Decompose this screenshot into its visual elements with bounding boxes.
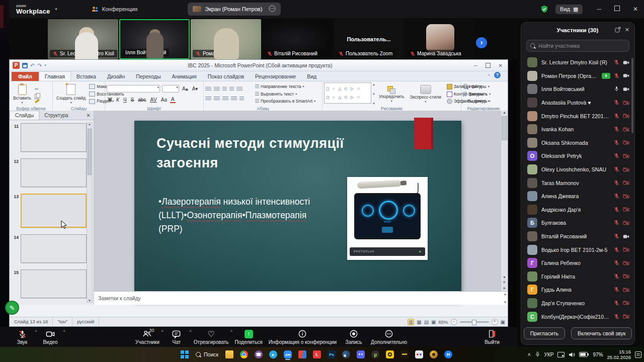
font-style-button[interactable]: abc <box>137 97 147 103</box>
minimize-button[interactable]: ─ <box>597 6 601 13</box>
participants-button[interactable]: 30 ˄ Участники <box>132 327 163 347</box>
slide-body-textbox[interactable]: •Лазеротерапія низької інтенсивності (LL… <box>158 195 325 236</box>
smartart-button[interactable]: Преобразовать в SmartArt▾ <box>255 98 315 105</box>
react-button[interactable]: ˄ ♡ Отреагировать <box>191 327 232 347</box>
tab-shared-screen[interactable]: Экран (Роман Петров) <box>188 3 281 16</box>
taskbar-app-icon[interactable] <box>355 349 366 360</box>
participant-row[interactable]: Алина Джевага <box>521 190 634 203</box>
tab-options-icon[interactable] <box>269 5 276 13</box>
taskbar-app-icon[interactable] <box>224 349 235 360</box>
video-tile-active-speaker[interactable]: Ілля Войтовський <box>119 19 190 59</box>
video-tile-no-video[interactable]: Пользователь... Пользователь Zoom <box>334 19 404 59</box>
participant-row[interactable]: Oksana Shkromada <box>521 136 634 150</box>
participant-row[interactable]: Taras Mamonov <box>521 176 634 190</box>
workspace-chevron-icon[interactable]: ▾ <box>55 7 57 12</box>
ribbon-tab[interactable]: Рецензирование <box>250 72 301 81</box>
notes-pane[interactable]: Заметки к слайду ▲▼ <box>94 291 508 305</box>
invite-button[interactable]: Пригласить <box>524 327 565 339</box>
participant-row[interactable]: O Oleksandr Petryk <box>521 149 634 163</box>
find-button[interactable]: Найти <box>463 83 491 90</box>
align-center-icon[interactable] <box>214 97 220 101</box>
security-shield-icon[interactable] <box>540 5 548 13</box>
taskbar-app-icon[interactable]: zm <box>282 349 293 360</box>
participant-row[interactable]: Ілля Войтовський <box>521 82 634 96</box>
share-button[interactable]: ↑ Поделиться <box>232 327 266 347</box>
taskbar-app-icon[interactable]: Ps <box>326 349 337 360</box>
participant-row[interactable]: Г Галина Ребенко <box>521 256 634 270</box>
slide-canvas[interactable]: Сучасні методи стимуляції загоєння •Лазе… <box>134 121 461 302</box>
slide-thumbnail[interactable] <box>21 158 87 187</box>
ppt-restore-button[interactable] <box>486 63 491 68</box>
participant-row[interactable]: Anastasiia Pustovà ♥ <box>521 96 634 110</box>
unmute-button[interactable]: Включить свой звук <box>571 327 632 339</box>
participant-row[interactable]: Ivanka Kohan <box>521 123 634 136</box>
slide-accent-rectangle[interactable] <box>414 118 433 149</box>
tab-conference[interactable]: Конференция <box>87 4 142 15</box>
participant-row[interactable]: Водько Ігор ВЕТ 2101-2м-5 <box>521 243 634 256</box>
undo-icon[interactable]: ↶ <box>30 62 35 69</box>
taskbar-app-icon[interactable] <box>428 349 439 360</box>
line-spacing-icon[interactable] <box>236 87 243 92</box>
slide-thumbnail[interactable] <box>21 234 87 263</box>
ribbon-tab[interactable]: Показ слайдов <box>202 72 250 81</box>
scroll-up-icon[interactable]: ▲ <box>503 111 506 114</box>
slide-thumbnail[interactable] <box>21 123 87 152</box>
participant-row[interactable]: Горілий Нікіта <box>521 270 634 284</box>
annotation-tool-badge[interactable]: ✎ <box>5 301 19 315</box>
zoom-slider[interactable] <box>460 321 489 323</box>
slide-thumbnail[interactable] <box>21 194 87 228</box>
slide-thumbnail-row[interactable]: 11 <box>13 123 87 152</box>
participant-row[interactable]: Olexy Livoshchenko, SNAU <box>521 163 634 176</box>
video-tile[interactable]: Sr. Lecturer Dmytro Kisil <box>48 19 118 59</box>
taskbar-app-icon[interactable]: H <box>443 349 454 360</box>
participant-row[interactable]: С Колбун(Деркач)Софія2101-1м5 <box>521 310 634 322</box>
cut-icon[interactable]: ✂ <box>35 86 40 92</box>
taskbar-app-icon[interactable] <box>414 349 425 360</box>
slide-thumbnail[interactable] <box>21 269 87 298</box>
participant-row[interactable]: Роман Петров (Организатор) <box>521 69 634 83</box>
taskbar-app-icon[interactable] <box>384 349 395 360</box>
previous-slide-icon[interactable]: ⇈ <box>503 281 506 285</box>
next-slide-icon[interactable]: ⇊ <box>503 286 506 290</box>
taskbar-app-icon[interactable]: µ <box>370 349 381 360</box>
ppt-close-button[interactable]: ✕ <box>499 63 503 68</box>
select-button[interactable]: ▷Выделить▾ <box>463 98 491 105</box>
font-style-button[interactable]: Ч <box>122 97 128 103</box>
meeting-info-button[interactable]: Информация о конференции <box>266 327 340 347</box>
bullets-icon[interactable] <box>205 87 211 92</box>
pane-close-icon[interactable]: ✕ <box>87 113 91 118</box>
battery-icon[interactable] <box>579 352 589 357</box>
start-button[interactable] <box>179 349 190 360</box>
shapes-up-icon[interactable]: ▲ <box>372 83 375 86</box>
participant-row[interactable]: Г Гудзь Алина <box>521 283 634 297</box>
volume-icon[interactable] <box>569 352 575 357</box>
audio-button[interactable]: ˄ Звук <box>8 327 36 347</box>
slide-sorter-icon[interactable]: ▦ <box>417 319 421 325</box>
language-indicator[interactable]: УКР <box>544 352 554 357</box>
font-style-button[interactable]: S <box>130 97 135 103</box>
zoom-in-button[interactable]: + <box>492 319 498 325</box>
device-image[interactable]: PHOTOFLUX <box>347 177 428 260</box>
fit-to-window-icon[interactable]: ▣ <box>501 319 505 325</box>
participant-row[interactable]: Віталій Рисований <box>521 230 634 243</box>
shrink-font-icon[interactable]: А▾ <box>191 86 199 92</box>
font-style-button[interactable]: Aa <box>160 97 168 103</box>
ribbon-tab[interactable]: Главная <box>39 71 71 81</box>
taskbar-app-icon[interactable] <box>341 349 352 360</box>
justify-icon[interactable] <box>231 97 237 101</box>
taskbar-app-icon[interactable]: L <box>311 349 323 360</box>
zoom-slider-thumb[interactable] <box>472 320 476 325</box>
indent-increase-icon[interactable] <box>229 87 234 92</box>
font-style-button[interactable]: К <box>115 97 120 103</box>
grow-font-icon[interactable]: А▴ <box>181 86 189 92</box>
video-tile[interactable]: Віталій Рисований <box>262 19 333 59</box>
slideshow-icon[interactable]: ▣ <box>431 319 436 325</box>
close-button[interactable]: ✕ <box>633 6 638 13</box>
scrollbar-thumb[interactable] <box>502 116 507 140</box>
tab-outline[interactable]: Структура <box>39 111 73 120</box>
reading-view-icon[interactable]: ▤ <box>424 319 429 325</box>
view-button[interactable]: Вид ▦ <box>555 5 583 14</box>
new-slide-button[interactable]: Создать слайд▾ <box>54 82 88 106</box>
video-tile[interactable]: Роман Петров <box>191 19 261 59</box>
zoom-out-button[interactable]: − <box>451 319 457 325</box>
